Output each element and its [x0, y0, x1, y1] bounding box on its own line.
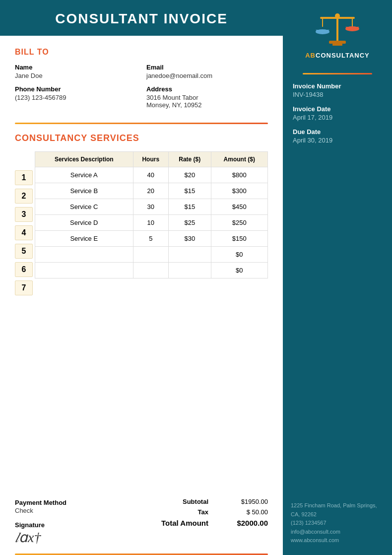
num-cell-5: 5	[15, 242, 33, 260]
cell-rate-2: $15	[169, 183, 211, 199]
num-cell-4: 4	[15, 223, 33, 242]
company-address: 1225 Fincham Road, Palm Springs, CA, 922…	[291, 501, 384, 519]
address-line1: 3016 Mount Tabor	[146, 94, 268, 101]
col-description: Services Description	[35, 152, 133, 167]
phone-value: (123) 123-456789	[15, 94, 136, 101]
signature-label: Signature	[15, 521, 84, 529]
subtotal-value: $1950.00	[228, 498, 268, 505]
invoice-date-value: April 17, 2019	[293, 114, 382, 121]
cell-hours-7	[133, 263, 168, 278]
logo-ab: AB	[305, 52, 316, 59]
cell-description-7	[35, 263, 133, 278]
cell-amount-7: $0	[211, 263, 267, 278]
invoice-number-field: Invoice Number INV-19438	[293, 82, 382, 98]
email-label: Email	[146, 64, 268, 71]
name-field: Name Jane Doe	[15, 64, 136, 79]
cell-rate-1: $20	[169, 167, 211, 183]
cell-amount-5: $150	[211, 231, 267, 247]
cell-amount-2: $300	[211, 183, 267, 199]
cell-description-3: Service C	[35, 199, 133, 215]
svg-rect-2	[332, 44, 342, 46]
table-row: Service C30$15$450	[35, 199, 268, 215]
name-label: Name	[15, 64, 136, 71]
svg-rect-1	[329, 41, 346, 44]
cell-hours-2: 20	[133, 183, 168, 199]
tax-row: Tax $ 50.00	[161, 508, 268, 516]
cell-hours-3: 30	[133, 199, 168, 215]
address-line2: Monsey, NY, 10952	[146, 101, 268, 109]
table-row: Service B20$15$300	[35, 183, 268, 199]
phone-label: Phone Number	[15, 85, 136, 93]
cell-hours-6	[133, 247, 168, 263]
invoice-header: CONSULTANT INVOICE	[0, 0, 283, 36]
address-label: Address	[146, 85, 268, 93]
table-row: $0	[35, 247, 268, 263]
left-panel: CONSULTANT INVOICE BILL TO Name Jane Doe…	[0, 0, 283, 555]
cell-amount-4: $250	[211, 215, 267, 231]
signature-block: Signature 𝑙ɑx†	[15, 521, 84, 545]
address-field: Address 3016 Mount Tabor Monsey, NY, 109…	[146, 85, 268, 109]
company-email: info@abconsult.com	[291, 528, 384, 537]
num-cell-6: 6	[15, 260, 33, 278]
total-row: Total Amount $2000.00	[161, 519, 268, 527]
row-numbers: 1 2 3 4 5 6 7	[15, 151, 33, 297]
col-amount: Amount ($)	[211, 152, 267, 167]
num-cell-2: 2	[15, 187, 33, 205]
cell-rate-6	[169, 247, 211, 263]
col-rate: Rate ($)	[169, 152, 211, 167]
phone-field: Phone Number (123) 123-456789	[15, 85, 136, 109]
table-row: Service E5$30$150	[35, 231, 268, 247]
total-value: $2000.00	[228, 519, 268, 527]
bill-to-grid: Name Jane Doe Email janedoe@noemail.com …	[15, 64, 268, 115]
cell-rate-7	[169, 263, 211, 278]
cell-rate-4: $25	[169, 215, 211, 231]
total-label: Total Amount	[161, 519, 208, 527]
cell-rate-5: $30	[169, 231, 211, 247]
invoice-date-label: Invoice Date	[293, 105, 382, 113]
services-table: Services Description Hours Rate ($) Amou…	[35, 151, 268, 278]
company-phone: (123) 1234567	[291, 519, 384, 528]
cell-description-2: Service B	[35, 183, 133, 199]
cell-hours-5: 5	[133, 231, 168, 247]
cell-description-4: Service D	[35, 215, 133, 231]
tax-value: $ 50.00	[228, 508, 268, 516]
invoice-date-field: Invoice Date April 17, 2019	[293, 105, 382, 121]
cell-amount-3: $450	[211, 199, 267, 215]
table-wrapper: Services Description Hours Rate ($) Amou…	[35, 151, 268, 278]
svg-rect-0	[336, 16, 338, 42]
table-row: Service A40$20$800	[35, 167, 268, 183]
cell-description-1: Service A	[35, 167, 133, 183]
cell-hours-1: 40	[133, 167, 168, 183]
name-value: Jane Doe	[15, 72, 136, 79]
logo-rest: CONSULTANCY	[316, 52, 370, 59]
logo-text: ABCONSULTANCY	[305, 52, 370, 59]
num-cell-7: 7	[15, 278, 33, 297]
cell-amount-6: $0	[211, 247, 267, 263]
payment-method-label: Payment Method	[15, 499, 66, 506]
footer-section: Payment Method Check Signature 𝑙ɑx† Subt…	[0, 489, 283, 545]
signature-image: 𝑙ɑx†	[15, 531, 84, 545]
col-hours: Hours	[133, 152, 168, 167]
cell-amount-1: $800	[211, 167, 267, 183]
subtotal-row: Subtotal $1950.00	[161, 498, 268, 505]
right-panel: ABCONSULTANCY Invoice Number INV-19438 I…	[283, 0, 392, 555]
left-footer: Payment Method Check Signature 𝑙ɑx†	[15, 498, 84, 545]
svg-point-8	[335, 13, 340, 18]
payment-method-value: Check	[15, 507, 84, 514]
services-area: 1 2 3 4 5 6 7 Services Description Hours…	[15, 151, 268, 297]
due-date-field: Due Date April 30, 2019	[293, 128, 382, 144]
totals-block: Subtotal $1950.00 Tax $ 50.00 Total Amou…	[161, 498, 268, 530]
table-row: $0	[35, 263, 268, 278]
logo-area: ABCONSULTANCY	[305, 10, 370, 59]
subtotal-label: Subtotal	[164, 498, 208, 505]
cell-description-6	[35, 247, 133, 263]
payment-block: Payment Method Check	[15, 498, 84, 514]
num-cell-3: 3	[15, 205, 33, 223]
bill-to-title: BILL TO	[15, 48, 268, 57]
table-row: Service D10$25$250	[35, 215, 268, 231]
invoice-number-label: Invoice Number	[293, 82, 382, 90]
company-website: www.abconsult.com	[291, 536, 384, 545]
tax-label: Tax	[164, 508, 208, 516]
num-cell-1: 1	[15, 168, 33, 187]
due-date-value: April 30, 2019	[293, 137, 382, 144]
